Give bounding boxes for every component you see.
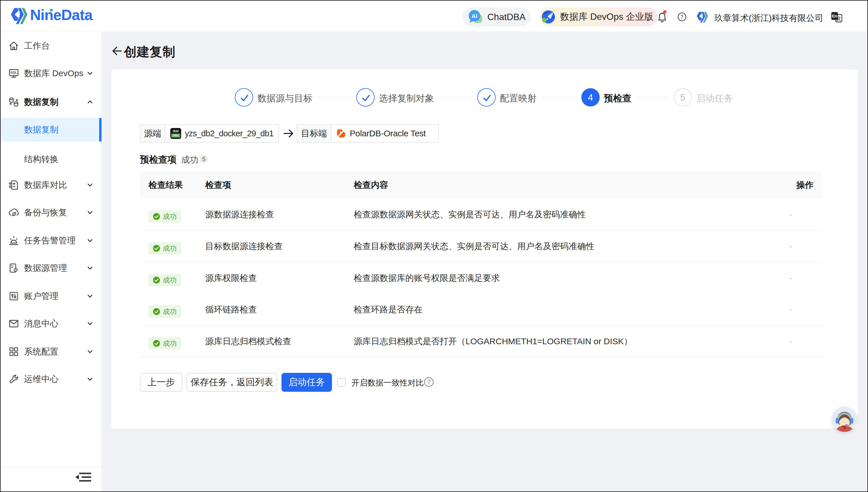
svg-text:?: ?	[427, 378, 430, 386]
svg-text:SQL: SQL	[10, 71, 17, 74]
svg-text:DB2: DB2	[172, 134, 179, 137]
svg-text:IBM: IBM	[173, 130, 179, 133]
svg-text:AI: AI	[472, 13, 477, 19]
svg-text:En: En	[832, 14, 837, 18]
svg-text:?: ?	[681, 14, 683, 20]
